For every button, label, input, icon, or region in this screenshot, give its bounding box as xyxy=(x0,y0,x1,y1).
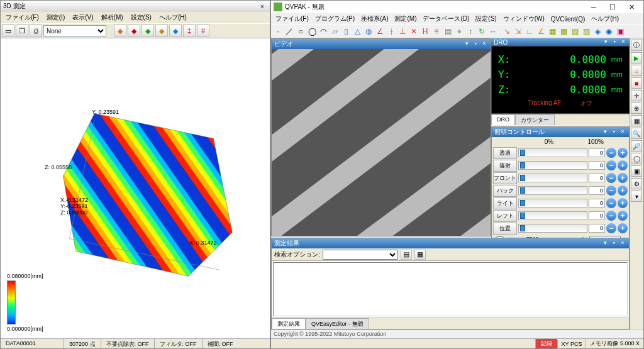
light-slider[interactable] xyxy=(518,186,587,195)
plus-button[interactable]: + xyxy=(618,198,628,208)
menu-measure[interactable]: 測定(M) xyxy=(391,13,419,25)
tool-print-icon[interactable]: ⎙ xyxy=(30,25,42,37)
menu-file[interactable]: ファイル(F) xyxy=(272,13,312,25)
light-slider[interactable] xyxy=(518,211,587,220)
tool-circle-icon[interactable]: ○ xyxy=(295,26,306,37)
light-slider[interactable] xyxy=(518,174,587,182)
tool-rotate-icon[interactable]: ↻ xyxy=(476,26,487,37)
tool-point-icon[interactable]: · xyxy=(272,26,284,37)
tool-edge4-icon[interactable]: ∠ xyxy=(535,26,547,37)
minimize-button[interactable]: ─ xyxy=(584,1,603,13)
maximize-button[interactable]: ☐ xyxy=(603,1,622,13)
3d-view[interactable]: Y: 0.23591 Z: 0.05558 X:-0.31472 Y:-0.23… xyxy=(1,38,270,338)
light-value[interactable]: 0 xyxy=(589,161,605,170)
plus-button[interactable]: + xyxy=(618,186,628,196)
tool-report-icon[interactable]: ▤ xyxy=(442,26,453,37)
tool-arc-icon[interactable]: ◠ xyxy=(318,26,329,37)
tool-surface2-icon[interactable]: ◆ xyxy=(128,25,140,37)
tool-ellipse-icon[interactable]: ◯ xyxy=(306,26,318,37)
tool-af4-icon[interactable]: ▨ xyxy=(580,26,592,37)
tool-align-icon[interactable]: ↕ xyxy=(465,26,476,37)
left-menu-view[interactable]: 表示(V) xyxy=(69,12,97,23)
menu-settings[interactable]: 設定(S) xyxy=(472,13,499,25)
tool-tol2-icon[interactable]: ≡ xyxy=(431,26,442,37)
status-record[interactable]: 記録 xyxy=(535,339,557,348)
light-value[interactable]: 0 xyxy=(589,224,605,233)
tool-misc1-icon[interactable]: ◈ xyxy=(592,26,603,37)
left-menu-measure[interactable]: 測定(I) xyxy=(43,12,69,23)
tool-edge2-icon[interactable]: ⇲ xyxy=(513,26,524,37)
light-value[interactable]: 0 xyxy=(589,199,605,208)
light-slider[interactable] xyxy=(518,148,587,157)
plus-button[interactable]: + xyxy=(618,160,628,170)
side-settings-icon[interactable]: ⚙ xyxy=(631,178,642,189)
menu-coord[interactable]: 座標系(A) xyxy=(358,13,391,25)
minus-button[interactable]: − xyxy=(606,160,616,170)
tool-surface5-icon[interactable]: ◆ xyxy=(169,25,182,37)
tool-af3-icon[interactable]: ▧ xyxy=(569,26,580,37)
light-value[interactable]: 0 xyxy=(589,211,605,220)
tool-misc3-icon[interactable]: ▣ xyxy=(614,26,626,37)
tool-cylinder-icon[interactable]: ▯ xyxy=(340,26,352,37)
menu-program[interactable]: プログラム(P) xyxy=(312,13,358,25)
tool-cone-icon[interactable]: △ xyxy=(352,26,363,37)
plus-button[interactable]: + xyxy=(618,223,628,233)
plus-button[interactable]: + xyxy=(618,148,628,158)
tool-surface3-icon[interactable]: ◆ xyxy=(142,25,154,37)
light-value[interactable]: 0 xyxy=(589,148,605,157)
dro-tab-dro[interactable]: DRO xyxy=(491,114,515,125)
side-circle-icon[interactable]: ◯ xyxy=(631,153,642,164)
tool-origin-icon[interactable]: ⌖ xyxy=(453,26,465,37)
tool-misc2-icon[interactable]: ◉ xyxy=(603,26,614,37)
side-stop-icon[interactable]: ■ xyxy=(631,77,642,89)
light-slider[interactable] xyxy=(518,224,587,233)
menu-qvclient[interactable]: QVClient(Q) xyxy=(548,14,588,24)
minus-button[interactable]: − xyxy=(606,148,616,158)
panel-close-icon[interactable]: × xyxy=(480,40,488,48)
panel-pin-icon[interactable]: ▪ xyxy=(472,40,479,48)
mode-select[interactable]: None xyxy=(43,25,106,36)
results-btn1-icon[interactable]: ▤ xyxy=(401,250,412,260)
menu-help[interactable]: ヘルプ(H) xyxy=(588,13,622,25)
tool-line-icon[interactable]: ／ xyxy=(284,26,295,37)
tool-dist-icon[interactable]: ⟊ xyxy=(386,26,397,37)
left-menu-help[interactable]: ヘルプ(H) xyxy=(155,12,191,23)
tool-angle-icon[interactable]: ∠ xyxy=(374,26,386,37)
results-btn2-icon[interactable]: ▦ xyxy=(414,250,426,260)
panel-pin-icon[interactable]: ▪ xyxy=(610,240,618,247)
tool-range-icon[interactable]: ‡ xyxy=(183,25,196,37)
tool-sphere-icon[interactable]: ◍ xyxy=(363,26,374,37)
tool-plane-icon[interactable]: ▱ xyxy=(329,26,340,37)
minus-button[interactable]: − xyxy=(606,211,616,221)
light-slider[interactable] xyxy=(518,161,587,170)
side-target-icon[interactable]: ⊕ xyxy=(631,102,642,114)
light-value[interactable]: 0 xyxy=(589,174,605,182)
minus-button[interactable]: − xyxy=(606,198,616,208)
side-camera-icon[interactable]: ▣ xyxy=(631,165,642,177)
tool-perp-icon[interactable]: ⊥ xyxy=(397,26,408,37)
tool-tol1-icon[interactable]: H xyxy=(419,26,431,37)
plus-button[interactable]: + xyxy=(618,211,628,221)
results-list[interactable] xyxy=(273,262,628,316)
panel-pin-icon[interactable]: ▪ xyxy=(610,128,618,136)
tab-results[interactable]: 測定結果 xyxy=(272,318,306,329)
tool-surface1-icon[interactable]: ◆ xyxy=(114,25,126,37)
side-axes-icon[interactable]: ✛ xyxy=(631,90,642,101)
tool-af1-icon[interactable]: ▦ xyxy=(547,26,558,37)
panel-menu-icon[interactable]: ▾ xyxy=(601,240,609,247)
tool-surface4-icon[interactable]: ◆ xyxy=(155,25,168,37)
plus-button[interactable]: + xyxy=(618,173,628,183)
video-viewport[interactable] xyxy=(272,49,491,236)
side-grid-icon[interactable]: ▦ xyxy=(631,115,642,126)
left-menu-settings[interactable]: 設定(S) xyxy=(127,12,155,23)
left-menu-file[interactable]: ファイル(F) xyxy=(2,12,43,23)
dro-tab-counter[interactable]: カウンター xyxy=(515,114,555,125)
side-zoomin-icon[interactable]: 🔍 xyxy=(631,128,642,139)
panel-menu-icon[interactable]: ▾ xyxy=(463,40,470,48)
light-slider[interactable] xyxy=(518,199,587,208)
tool-edge3-icon[interactable]: ∟ xyxy=(524,26,535,37)
panel-close-icon[interactable]: × xyxy=(619,38,627,46)
tool-grid-icon[interactable]: # xyxy=(197,25,209,37)
tool-af2-icon[interactable]: ▩ xyxy=(558,26,569,37)
tool-xy-icon[interactable]: ↔ xyxy=(487,26,499,37)
